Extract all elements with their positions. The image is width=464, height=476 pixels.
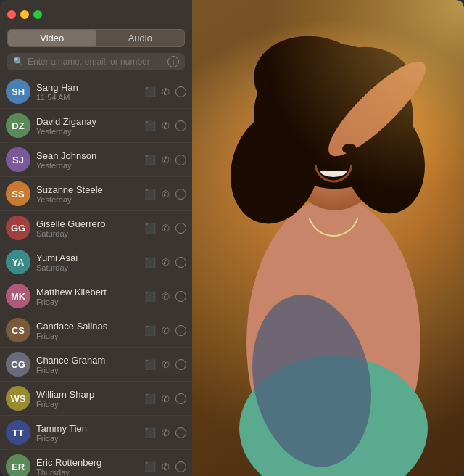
info-icon[interactable]: i xyxy=(175,120,186,131)
list-item[interactable]: ER Eric Rottenberg Thursday ⬛ ✆ i xyxy=(0,450,192,476)
contact-time: Friday xyxy=(36,366,138,374)
contact-actions: ⬛ ✆ i xyxy=(144,291,186,302)
avatar: GG xyxy=(6,216,30,240)
contact-info: Sean Johnson Yesterday xyxy=(36,150,138,170)
video-call-icon[interactable]: ⬛ xyxy=(144,428,156,438)
avatar: YA xyxy=(6,250,30,274)
list-item[interactable]: SH Sang Han 11:54 AM ⬛ ✆ i xyxy=(0,75,192,109)
list-item[interactable]: SS Suzanne Steele Yesterday ⬛ ✆ i xyxy=(0,177,192,211)
list-item[interactable]: WS William Sharp Friday ⬛ ✆ i xyxy=(0,382,192,416)
search-icon: 🔍 xyxy=(13,57,24,67)
contact-time: Friday xyxy=(36,332,138,340)
contact-time: Thursday xyxy=(36,468,138,477)
contact-actions: ⬛ ✆ i xyxy=(144,223,186,234)
tab-bar: Video Audio xyxy=(7,29,185,47)
search-bar: 🔍 + xyxy=(7,53,185,70)
avatar: DZ xyxy=(6,113,30,138)
list-item[interactable]: DZ David Ziganay Yesterday ⬛ ✆ i xyxy=(0,109,192,143)
info-icon[interactable]: i xyxy=(175,155,186,165)
info-icon[interactable]: i xyxy=(175,393,186,404)
video-call-icon[interactable]: ⬛ xyxy=(144,462,156,472)
avatar: ER xyxy=(6,454,30,476)
avatar: SH xyxy=(6,79,30,104)
audio-call-icon[interactable]: ✆ xyxy=(162,121,170,131)
info-icon[interactable]: i xyxy=(175,257,186,268)
audio-call-icon[interactable]: ✆ xyxy=(162,155,170,165)
contact-time: Yesterday xyxy=(36,195,138,204)
main-content xyxy=(192,0,464,476)
video-call-icon[interactable]: ⬛ xyxy=(144,223,156,233)
minimize-button[interactable] xyxy=(20,10,29,19)
info-icon[interactable]: i xyxy=(175,189,186,200)
add-contact-button[interactable]: + xyxy=(167,56,179,67)
contact-name: Sean Johnson xyxy=(36,150,138,161)
audio-call-icon[interactable]: ✆ xyxy=(162,189,170,199)
contact-info: David Ziganay Yesterday xyxy=(36,116,138,136)
contact-time: Yesterday xyxy=(36,161,138,170)
contact-name: David Ziganay xyxy=(36,116,138,127)
contact-time: Saturday xyxy=(36,263,138,272)
list-item[interactable]: GG Giselle Guerrero Saturday ⬛ ✆ i xyxy=(0,211,192,245)
contact-actions: ⬛ ✆ i xyxy=(144,86,186,97)
contact-name: Yumi Asai xyxy=(36,253,138,263)
audio-call-icon[interactable]: ✆ xyxy=(162,258,170,267)
avatar: MK xyxy=(6,284,30,308)
tab-video[interactable]: Video xyxy=(8,30,96,46)
audio-call-icon[interactable]: ✆ xyxy=(162,87,170,97)
info-icon[interactable]: i xyxy=(175,223,186,234)
search-input[interactable] xyxy=(28,57,164,67)
video-call-icon[interactable]: ⬛ xyxy=(144,394,156,403)
audio-call-icon[interactable]: ✆ xyxy=(162,394,170,403)
contact-info: Chance Graham Friday xyxy=(36,355,138,374)
maximize-button[interactable] xyxy=(33,10,42,19)
avatar: CG xyxy=(6,352,30,377)
contact-info: Matthew Kliebert Friday xyxy=(36,287,138,306)
avatar: SS xyxy=(6,181,30,206)
list-item[interactable]: TT Tammy Tien Friday ⬛ ✆ i xyxy=(0,416,192,450)
close-button[interactable] xyxy=(7,10,16,19)
video-call-icon[interactable]: ⬛ xyxy=(144,155,156,165)
contact-time: Yesterday xyxy=(36,127,138,136)
audio-call-icon[interactable]: ✆ xyxy=(162,292,170,301)
list-item[interactable]: YA Yumi Asai Saturday ⬛ ✆ i xyxy=(0,245,192,279)
contact-info: Tammy Tien Friday xyxy=(36,423,138,443)
tab-audio[interactable]: Audio xyxy=(96,30,185,46)
video-call-icon[interactable]: ⬛ xyxy=(144,326,156,335)
video-call-icon[interactable]: ⬛ xyxy=(144,258,156,267)
info-icon[interactable]: i xyxy=(175,359,186,370)
contact-info: Eric Rottenberg Thursday xyxy=(36,457,138,477)
list-item[interactable]: CS Candace Salinas Friday ⬛ ✆ i xyxy=(0,313,192,348)
contact-name: Chance Graham xyxy=(36,355,138,366)
contact-actions: ⬛ ✆ i xyxy=(144,155,186,165)
audio-call-icon[interactable]: ✆ xyxy=(162,462,170,472)
info-icon[interactable]: i xyxy=(175,291,186,302)
contact-info: Yumi Asai Saturday xyxy=(36,253,138,272)
video-call-icon[interactable]: ⬛ xyxy=(144,292,156,301)
contact-actions: ⬛ ✆ i xyxy=(144,393,186,404)
video-call-icon[interactable]: ⬛ xyxy=(144,360,156,369)
list-item[interactable]: MK Matthew Kliebert Friday ⬛ ✆ i xyxy=(0,279,192,313)
contact-actions: ⬛ ✆ i xyxy=(144,461,186,472)
list-item[interactable]: SJ Sean Johnson Yesterday ⬛ ✆ i xyxy=(0,143,192,177)
audio-call-icon[interactable]: ✆ xyxy=(162,428,170,438)
avatar: TT xyxy=(6,420,30,445)
contact-time: Friday xyxy=(36,400,138,409)
contact-actions: ⬛ ✆ i xyxy=(144,359,186,370)
video-call-icon[interactable]: ⬛ xyxy=(144,121,156,131)
audio-call-icon[interactable]: ✆ xyxy=(162,223,170,233)
audio-call-icon[interactable]: ✆ xyxy=(162,326,170,335)
contact-actions: ⬛ ✆ i xyxy=(144,257,186,268)
video-call-icon[interactable]: ⬛ xyxy=(144,189,156,199)
list-item[interactable]: CG Chance Graham Friday ⬛ ✆ i xyxy=(0,348,192,382)
audio-call-icon[interactable]: ✆ xyxy=(162,360,170,369)
contact-info: Sang Han 11:54 AM xyxy=(36,82,138,102)
info-icon[interactable]: i xyxy=(175,325,186,336)
contact-actions: ⬛ ✆ i xyxy=(144,120,186,131)
info-icon[interactable]: i xyxy=(175,461,186,472)
video-call-icon[interactable]: ⬛ xyxy=(144,87,156,97)
contact-actions: ⬛ ✆ i xyxy=(144,325,186,336)
contact-name: Matthew Kliebert xyxy=(36,287,138,298)
contact-name: Tammy Tien xyxy=(36,423,138,434)
info-icon[interactable]: i xyxy=(175,86,186,97)
info-icon[interactable]: i xyxy=(175,427,186,438)
